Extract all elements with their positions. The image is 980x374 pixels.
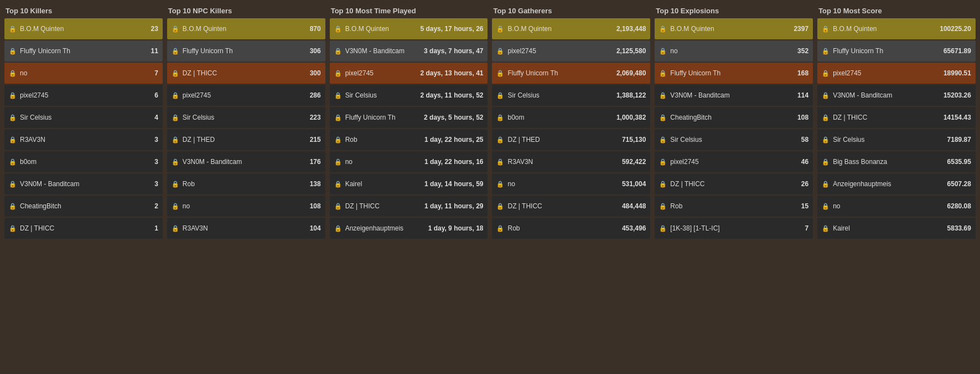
player-score: 453,496 [622,224,646,232]
player-name: pixel2745 [345,69,418,77]
lock-icon: 🔒 [822,114,829,121]
player-name: pixel2745 [183,91,308,99]
player-score: 18990.51 [943,69,971,77]
table-row: 🔒Rob1 day, 22 hours, 25 [330,129,488,150]
table-row: 🔒no352 [655,40,813,62]
table-row: 🔒pixel27452 days, 13 hours, 41 [330,63,488,84]
player-name: B.O.M Quinten [345,25,418,33]
player-name: Fluffy Unicorn Th [670,69,795,77]
lock-icon: 🔒 [659,136,667,144]
player-name: no [670,47,795,55]
lock-icon: 🔒 [9,25,17,33]
lock-icon: 🔒 [496,114,504,121]
table-row: 🔒CheatingBitch2 [4,196,163,217]
player-name: DZ | THICC [345,202,422,210]
table-row: 🔒Anzeigenhauptmeis6507.28 [817,173,976,194]
lock-icon: 🔒 [172,114,179,121]
player-score: 6 [154,91,158,99]
table-row: 🔒B.O.M Quinten100225.20 [817,18,976,39]
player-name: Rob [183,180,308,188]
lock-icon: 🔒 [659,114,667,121]
player-score: 2,069,480 [616,69,646,77]
lock-icon: 🔒 [172,224,179,232]
table-row: 🔒b0om3 [4,151,163,172]
lock-icon: 🔒 [172,91,179,99]
player-score: 3 [154,136,158,144]
lock-icon: 🔒 [334,158,342,166]
lock-icon: 🔒 [822,180,829,188]
player-name: B.O.M Quinten [20,25,148,33]
player-score: 1 day, 9 hours, 18 [428,224,484,232]
table-row: 🔒DZ | THICC1 day, 11 hours, 29 [330,196,488,217]
player-name: Fluffy Unicorn Th [183,47,308,55]
table-row: 🔒Sir Celsius7189.87 [817,129,976,150]
player-name: Sir Celsius [183,114,308,121]
table-row: 🔒DZ | THICC484,448 [492,196,650,217]
lock-icon: 🔒 [822,25,829,33]
table-row: 🔒Sir Celsius58 [655,129,813,150]
lock-icon: 🔒 [822,158,829,166]
table-row: 🔒B.O.M Quinten23 [4,18,163,39]
player-score: 1 day, 22 hours, 25 [424,136,484,144]
lock-icon: 🔒 [334,180,342,188]
player-name: Anzeigenhauptmeis [345,224,426,232]
player-score: 6507.28 [947,180,971,188]
lock-icon: 🔒 [334,91,342,99]
table-row: 🔒pixel274546 [655,151,813,172]
lock-icon: 🔒 [172,69,179,77]
table-row: 🔒DZ | THED215 [167,129,325,150]
player-score: 5 days, 17 hours, 26 [420,25,483,33]
table-row: 🔒Rob453,496 [492,218,650,239]
player-score: 6280.08 [947,202,971,210]
lock-icon: 🔒 [822,91,829,99]
player-score: 3 [154,158,158,166]
table-row: 🔒CheatingBitch108 [655,107,813,128]
lock-icon: 🔒 [496,136,504,144]
column-title-5: Top 10 Most Score [817,4,976,18]
table-row: 🔒Sir Celsius4 [4,107,163,128]
table-row: 🔒b0om1,000,382 [492,107,650,128]
player-score: 1 day, 22 hours, 16 [424,158,484,166]
lock-icon: 🔒 [496,69,504,77]
column-title-0: Top 10 Killers [4,4,163,18]
player-score: 7189.87 [947,136,971,144]
table-row: 🔒[1K-38] [1-TL-IC]7 [655,218,813,239]
player-name: Kairel [345,180,422,188]
player-name: R3AV3N [183,224,308,232]
player-name: Sir Celsius [20,114,152,121]
player-name: Rob [507,224,619,232]
table-row: 🔒R3AV3N104 [167,218,325,239]
lock-icon: 🔒 [9,47,17,55]
player-name: no [20,69,152,77]
player-name: R3AV3N [507,158,619,166]
table-row: 🔒DZ | THED715,130 [492,129,650,150]
lock-icon: 🔒 [172,25,179,33]
player-score: 11 [151,47,158,55]
player-name: pixel2745 [507,47,614,55]
lock-icon: 🔒 [334,224,342,232]
lock-icon: 🔒 [334,25,342,33]
table-row: 🔒Fluffy Unicorn Th2,069,480 [492,63,650,84]
player-score: 2 days, 13 hours, 41 [420,69,483,77]
player-name: V3N0M - Banditcam [20,180,152,188]
player-name: CheatingBitch [20,202,152,210]
player-name: V3N0M - Banditcam [345,47,422,55]
player-name: B.O.M Quinten [507,25,614,33]
lock-icon: 🔒 [9,136,17,144]
table-row: 🔒Kairel1 day, 14 hours, 59 [330,173,488,194]
player-score: 286 [310,91,321,99]
player-score: 2,125,580 [616,47,646,55]
column-0: Top 10 Killers🔒B.O.M Quinten23🔒Fluffy Un… [4,4,163,370]
player-name: pixel2745 [833,69,941,77]
player-name: B.O.M Quinten [833,25,937,33]
player-name: DZ | THED [507,136,619,144]
player-score: 3 [154,180,158,188]
table-row: 🔒B.O.M Quinten2,193,448 [492,18,650,39]
column-5: Top 10 Most Score🔒B.O.M Quinten100225.20… [817,4,976,370]
lock-icon: 🔒 [496,180,504,188]
lock-icon: 🔒 [172,158,179,166]
lock-icon: 🔒 [496,47,504,55]
player-name: DZ | THICC [20,224,152,232]
lock-icon: 🔒 [496,91,504,99]
column-2: Top 10 Most Time Played🔒B.O.M Quinten5 d… [330,4,488,370]
